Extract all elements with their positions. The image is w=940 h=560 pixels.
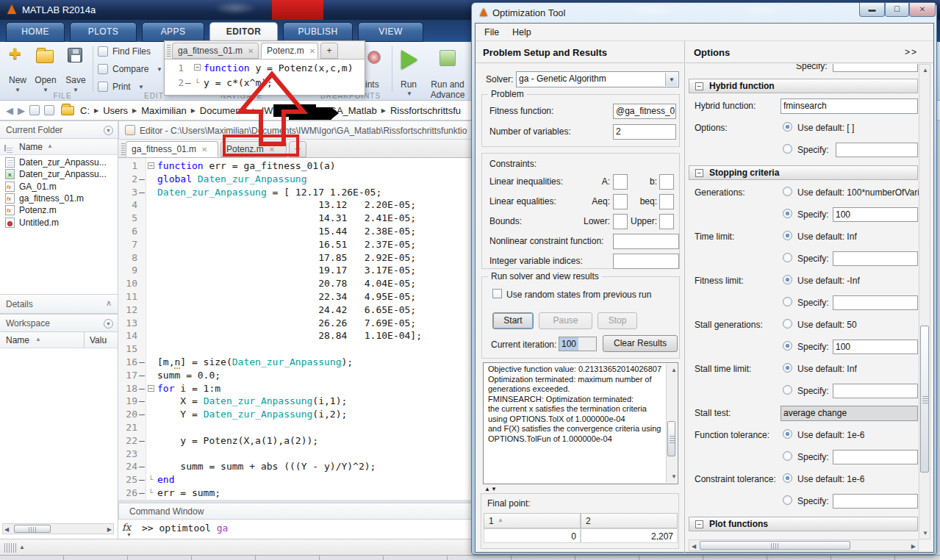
results-vscrollbar[interactable]: ▲ ▼ bbox=[666, 364, 677, 483]
problem-row-input[interactable]: @ga_fitness_01 bbox=[613, 104, 676, 119]
radio-unselected[interactable] bbox=[783, 385, 792, 395]
breadcrumb-item[interactable]: Users bbox=[103, 105, 128, 116]
breadcrumb-item[interactable]: C: bbox=[80, 105, 90, 116]
ribbon-tab-publish[interactable]: PUBLISH bbox=[283, 22, 353, 42]
menu-help[interactable]: Help bbox=[512, 27, 531, 37]
specify-input[interactable] bbox=[833, 251, 918, 266]
file-item[interactable]: Daten_zur_Anpassu... bbox=[0, 157, 118, 168]
ribbon-tab-apps[interactable]: APPS bbox=[142, 22, 204, 42]
clear-results-button[interactable]: Clear Results bbox=[603, 335, 678, 352]
radio-unselected[interactable] bbox=[783, 144, 792, 154]
options-hscrollbar[interactable]: ◀ ▶ bbox=[689, 539, 919, 551]
splitter-handle[interactable]: ▲▼ bbox=[484, 486, 498, 492]
scroll-thumb[interactable] bbox=[920, 326, 929, 473]
popup-tab-Potenz.m[interactable]: Potenz.m✕ bbox=[261, 43, 318, 59]
iteration-field[interactable]: 100 bbox=[559, 337, 597, 351]
options-expander[interactable]: >> bbox=[905, 47, 918, 57]
file-item[interactable]: Potenz.m bbox=[0, 204, 118, 216]
radio-unselected[interactable] bbox=[783, 319, 792, 329]
status-expand-icon[interactable]: ▲ bbox=[19, 544, 25, 550]
print-dropdown-icon[interactable]: ▼ bbox=[138, 84, 144, 90]
radio-selected[interactable] bbox=[783, 429, 792, 439]
problem-row-input[interactable]: 2 bbox=[613, 124, 676, 140]
drag-grip[interactable] bbox=[121, 143, 125, 155]
final-point-column-header[interactable]: 2 bbox=[581, 513, 678, 528]
scroll-left-icon[interactable]: ◀ bbox=[4, 526, 9, 533]
constraint-field1-input[interactable] bbox=[613, 174, 628, 190]
radio-selected[interactable] bbox=[783, 231, 792, 240]
section-header-hybrid-function[interactable]: −Hybrid function bbox=[689, 79, 918, 93]
solver-select[interactable]: ga - Genetic Algorithm ▼ bbox=[516, 71, 679, 87]
constraint-field2-input[interactable] bbox=[659, 194, 674, 209]
collapse-minus-icon[interactable]: − bbox=[695, 82, 703, 90]
minimize-button[interactable]: ▬ bbox=[859, 3, 885, 17]
scroll-right-icon[interactable]: ▶ bbox=[107, 526, 112, 533]
radio-selected[interactable] bbox=[783, 363, 792, 373]
compare-dropdown-icon[interactable]: ▼ bbox=[157, 66, 162, 73]
scroll-down-icon[interactable]: ▼ bbox=[922, 530, 928, 536]
back-icon[interactable]: ◀ bbox=[6, 105, 13, 116]
scroll-down-icon[interactable]: ▼ bbox=[669, 472, 677, 482]
close-icon[interactable]: ✕ bbox=[248, 47, 254, 55]
scroll-thumb[interactable] bbox=[700, 541, 850, 550]
pause-button[interactable]: Pause bbox=[539, 312, 592, 329]
results-textarea[interactable]: Objective function value: 0.213136520140… bbox=[483, 362, 678, 484]
ribbon-tab-editor[interactable]: EDITOR bbox=[209, 22, 278, 42]
constraint-field1-input[interactable] bbox=[613, 194, 628, 209]
file-item[interactable]: GA_01.m bbox=[0, 181, 118, 193]
up-folder-icon[interactable] bbox=[29, 105, 40, 115]
specify-input[interactable] bbox=[833, 64, 918, 72]
stop-button[interactable]: Stop bbox=[598, 312, 637, 329]
details-panel-header[interactable]: Details ∧ bbox=[0, 294, 118, 314]
popup-tab-ga_fitness_01.m[interactable]: ga_fitness_01.m✕ bbox=[172, 43, 259, 59]
scroll-up-icon[interactable]: ▲ bbox=[922, 67, 928, 73]
specify-input[interactable]: 100 bbox=[833, 207, 918, 222]
breadcrumb-item[interactable]: Maximilian bbox=[141, 105, 186, 116]
browse-folder-icon[interactable] bbox=[44, 105, 54, 115]
menu-file[interactable]: File bbox=[484, 27, 499, 37]
specify-input[interactable]: 100 bbox=[833, 340, 918, 354]
close-icon[interactable]: ✕ bbox=[201, 146, 207, 154]
popup-new-tab[interactable]: + bbox=[320, 43, 338, 59]
collapse-minus-icon[interactable]: − bbox=[695, 520, 703, 528]
constraint-field1-input[interactable] bbox=[613, 214, 628, 229]
file-item[interactable]: ga_fitness_01.m bbox=[0, 193, 118, 204]
file-item[interactable]: Daten_zur_Anpassu... bbox=[0, 168, 118, 180]
close-icon[interactable]: ✕ bbox=[309, 47, 315, 55]
panel-menu-icon[interactable]: ▼ bbox=[104, 126, 113, 135]
radio-unselected[interactable] bbox=[783, 297, 792, 306]
workspace-hscrollbar[interactable]: ◀ ▶ bbox=[2, 523, 114, 534]
scroll-right-icon[interactable]: ▶ bbox=[911, 543, 916, 550]
name-column-header[interactable]: Name ▲ bbox=[0, 139, 118, 155]
command-window[interactable]: fx ▼ >> optimtool ga bbox=[118, 520, 476, 539]
specify-input[interactable] bbox=[833, 384, 918, 398]
final-point-column-header[interactable]: 1▲ bbox=[484, 513, 581, 528]
panel-menu-icon[interactable]: ▼ bbox=[104, 319, 113, 329]
section-header-plot-functions[interactable]: −Plot functions bbox=[689, 517, 918, 531]
collapse-icon[interactable]: ∧ bbox=[106, 298, 112, 308]
breakpoints-icon[interactable] bbox=[367, 51, 381, 64]
radio-selected[interactable] bbox=[783, 275, 792, 284]
close-button[interactable]: ✕ bbox=[909, 3, 936, 17]
scroll-thumb[interactable] bbox=[667, 421, 675, 456]
scroll-up-icon[interactable]: ▲ bbox=[669, 365, 677, 376]
constraint-input[interactable] bbox=[613, 234, 679, 249]
run-dropdown-icon[interactable]: ▼ bbox=[406, 90, 412, 97]
scroll-left-icon[interactable]: ◀ bbox=[692, 543, 696, 550]
breadcrumb-item[interactable]: Rissfortschrittsfu bbox=[390, 105, 461, 116]
new-dropdown-icon[interactable]: ▼ bbox=[15, 87, 21, 93]
forward-icon[interactable]: ▶ bbox=[18, 105, 25, 116]
start-button[interactable]: Start bbox=[492, 312, 534, 329]
random-states-checkbox[interactable] bbox=[492, 289, 502, 298]
radio-selected[interactable] bbox=[783, 473, 792, 483]
collapse-minus-icon[interactable]: − bbox=[695, 169, 703, 177]
status-grip-icon[interactable] bbox=[4, 543, 16, 553]
section-header-stopping-criteria[interactable]: −Stopping criteria bbox=[689, 165, 918, 180]
specify-input[interactable] bbox=[833, 494, 918, 509]
ribbon-tab-view[interactable]: VIEW bbox=[358, 22, 423, 42]
scroll-thumb[interactable] bbox=[14, 525, 51, 533]
option-combo[interactable]: average change bbox=[781, 406, 918, 421]
drag-grip[interactable] bbox=[167, 44, 171, 57]
editor-code-area[interactable]: 1−function err = ga_fitness_01(a)2–globa… bbox=[118, 158, 476, 500]
constraint-input[interactable] bbox=[613, 254, 679, 269]
